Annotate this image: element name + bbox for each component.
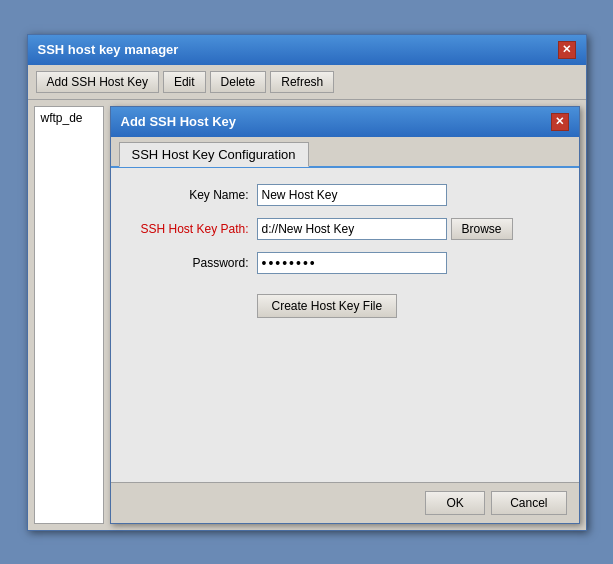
outer-toolbar: Add SSH Host Key Edit Delete Refresh — [28, 65, 586, 100]
form-area: Key Name: SSH Host Key Path: Browse Pass… — [111, 168, 579, 482]
password-label: Password: — [127, 256, 257, 270]
inner-dialog-title: Add SSH Host Key — [121, 114, 237, 129]
outer-title-bar: SSH host key manager ✕ — [28, 35, 586, 65]
tab-bar: SSH Host Key Configuration — [111, 137, 579, 168]
outer-window-title: SSH host key manager — [38, 42, 179, 57]
outer-window: SSH host key manager ✕ Add SSH Host Key … — [27, 34, 587, 531]
ssh-path-input[interactable] — [257, 218, 447, 240]
password-input[interactable] — [257, 252, 447, 274]
delete-button[interactable]: Delete — [210, 71, 267, 93]
tab-ssh-host-key-configuration[interactable]: SSH Host Key Configuration — [119, 142, 309, 167]
browse-button[interactable]: Browse — [451, 218, 513, 240]
password-row: Password: — [127, 252, 563, 274]
ssh-path-label: SSH Host Key Path: — [127, 222, 257, 236]
cancel-button[interactable]: Cancel — [491, 491, 566, 515]
add-ssh-host-key-button[interactable]: Add SSH Host Key — [36, 71, 159, 93]
create-button-wrapper: Create Host Key File — [127, 286, 563, 318]
create-host-key-file-button[interactable]: Create Host Key File — [257, 294, 398, 318]
ssh-path-row: SSH Host Key Path: Browse — [127, 218, 563, 240]
refresh-button[interactable]: Refresh — [270, 71, 334, 93]
outer-close-button[interactable]: ✕ — [558, 41, 576, 59]
sidebar-list: wftp_de — [34, 106, 104, 524]
edit-button[interactable]: Edit — [163, 71, 206, 93]
ok-button[interactable]: OK — [425, 491, 485, 515]
outer-content: wftp_de Add SSH Host Key ✕ SSH Host Key … — [28, 100, 586, 530]
dialog-footer: OK Cancel — [111, 482, 579, 523]
key-name-input[interactable] — [257, 184, 447, 206]
inner-title-bar: Add SSH Host Key ✕ — [111, 107, 579, 137]
sidebar-item[interactable]: wftp_de — [35, 107, 103, 129]
inner-dialog: Add SSH Host Key ✕ SSH Host Key Configur… — [110, 106, 580, 524]
key-name-label: Key Name: — [127, 188, 257, 202]
key-name-row: Key Name: — [127, 184, 563, 206]
inner-close-button[interactable]: ✕ — [551, 113, 569, 131]
